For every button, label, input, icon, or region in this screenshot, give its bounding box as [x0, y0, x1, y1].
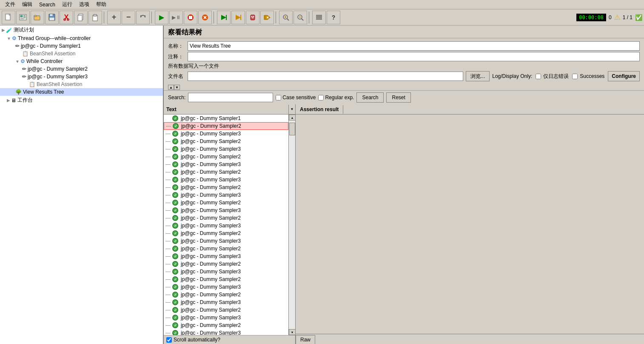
tree-item-while-ctrl[interactable]: ▼ ⚙ While Controller — [0, 57, 163, 65]
result-item-28[interactable]: —jp@gc - Dummy Sampler3 — [164, 329, 288, 335]
successes-checkbox[interactable] — [572, 74, 578, 79]
regex-checkbox[interactable] — [318, 95, 324, 100]
separator-4 — [276, 11, 277, 23]
result-item-21[interactable]: —jp@gc - Dummy Sampler2 — [164, 275, 288, 283]
help-button[interactable]: ? — [327, 11, 340, 24]
menu-file[interactable]: 文件 — [2, 0, 19, 9]
result-item-27[interactable]: —jp@gc - Dummy Sampler2 — [164, 321, 288, 329]
result-item-19[interactable]: —jp@gc - Dummy Sampler2 — [164, 260, 288, 268]
result-item-20[interactable]: —jp@gc - Dummy Sampler3 — [164, 268, 288, 275]
menu-search[interactable]: Search — [36, 1, 59, 9]
tree-item-beanshell1[interactable]: 📋 BeanShell Assertion — [0, 50, 163, 57]
scroll-down-btn[interactable]: ▼ — [289, 329, 295, 335]
result-item-9[interactable]: —jp@gc - Dummy Sampler2 — [164, 183, 288, 191]
zoom-in-button[interactable] — [279, 11, 293, 24]
result-item-23[interactable]: —jp@gc - Dummy Sampler2 — [164, 291, 288, 298]
paste-button[interactable] — [88, 11, 102, 24]
result-item-7[interactable]: —jp@gc - Dummy Sampler2 — [164, 168, 288, 176]
case-sensitive-label: Case sensitive — [276, 95, 316, 100]
scroll-up-btn[interactable]: ▲ — [289, 115, 295, 120]
result-item-3[interactable]: —jp@gc - Dummy Sampler2 — [164, 138, 288, 145]
errors-checkbox[interactable] — [536, 74, 541, 79]
name-input[interactable] — [188, 41, 640, 51]
browse-button[interactable]: 浏览... — [466, 71, 490, 81]
stop-button[interactable] — [184, 11, 197, 24]
name-row: 名称： — [168, 41, 640, 51]
scroll-auto-checkbox[interactable] — [166, 337, 172, 343]
result-item-25[interactable]: —jp@gc - Dummy Sampler2 — [164, 306, 288, 314]
tree-label-view-results: View Results Tree — [23, 89, 64, 95]
result-item-1[interactable]: — jp@gc - Dummy Sampler2 — [164, 122, 288, 130]
raw-tab[interactable]: Raw — [296, 335, 315, 344]
remote-stop-button[interactable] — [231, 11, 245, 24]
tree-item-sampler2[interactable]: ✏ jp@gc - Dummy Sampler2 — [0, 65, 163, 73]
menu-run[interactable]: 运行 — [59, 0, 76, 9]
result-item-4[interactable]: —jp@gc - Dummy Sampler3 — [164, 145, 288, 153]
toggle-button[interactable] — [136, 11, 150, 24]
remote-start-button[interactable] — [217, 11, 231, 24]
result-item-12[interactable]: —jp@gc - Dummy Sampler3 — [164, 206, 288, 214]
result-item-16[interactable]: —jp@gc - Dummy Sampler3 — [164, 237, 288, 245]
case-sensitive-checkbox[interactable] — [276, 95, 281, 100]
result-item-22[interactable]: —jp@gc - Dummy Sampler3 — [164, 283, 288, 291]
reset-button[interactable]: Reset — [386, 92, 410, 103]
result-item-17[interactable]: —jp@gc - Dummy Sampler2 — [164, 245, 288, 252]
cut-button[interactable] — [60, 11, 73, 24]
assertion-tab[interactable]: Assertion result — [296, 105, 343, 114]
tree-item-workbench[interactable]: ▶ 🖥 工作台 — [0, 96, 163, 105]
search-button[interactable]: Search — [356, 92, 384, 103]
result-item-5[interactable]: —jp@gc - Dummy Sampler2 — [164, 153, 288, 161]
case-sensitive-text: Case sensitive — [282, 95, 316, 100]
add-button[interactable]: + — [107, 11, 121, 24]
copy-button[interactable] — [74, 11, 88, 24]
filename-input[interactable] — [188, 72, 463, 81]
menu-edit[interactable]: 编辑 — [19, 0, 36, 9]
result-item-18[interactable]: —jp@gc - Dummy Sampler3 — [164, 252, 288, 260]
col-dropdown[interactable]: ▼ — [288, 105, 295, 114]
result-item-0[interactable]: jp@gc - Dummy Sampler1 — [164, 115, 288, 122]
remove-button[interactable]: − — [122, 11, 135, 24]
shutdown-button[interactable] — [198, 11, 212, 24]
tree-label-beanshell1: BeanShell Assertion — [30, 51, 75, 57]
scroll-track[interactable] — [289, 120, 295, 329]
scroll-thumb[interactable] — [289, 123, 295, 135]
tree-item-view-results[interactable]: 🌳 View Results Tree — [0, 88, 163, 96]
template-button[interactable] — [16, 11, 30, 24]
result-item-26[interactable]: —jp@gc - Dummy Sampler3 — [164, 314, 288, 321]
clear-button[interactable] — [260, 11, 274, 24]
result-item-11[interactable]: —jp@gc - Dummy Sampler2 — [164, 199, 288, 206]
menu-help[interactable]: 帮助 — [93, 0, 110, 9]
search-bar: Search: Case sensitive Regular exp. Sear… — [164, 90, 644, 104]
result-item-24[interactable]: —jp@gc - Dummy Sampler3 — [164, 298, 288, 306]
debug-button[interactable] — [246, 11, 259, 24]
zoom-out-button[interactable] — [294, 11, 307, 24]
result-item-10[interactable]: —jp@gc - Dummy Sampler3 — [164, 191, 288, 199]
result-item-14[interactable]: —jp@gc - Dummy Sampler3 — [164, 222, 288, 229]
open-button[interactable] — [31, 11, 44, 24]
comment-input[interactable] — [188, 52, 640, 61]
menu-options[interactable]: 选项 — [76, 0, 93, 9]
tree-item-sampler3[interactable]: ✏ jp@gc - Dummy Sampler3 — [0, 73, 163, 80]
toolbar-right: 00:00:08 0 ⚠ 1 / 1 ✅ — [576, 13, 642, 21]
results-scrollbar[interactable]: ▲ ▼ — [288, 115, 295, 335]
list-button[interactable] — [312, 11, 326, 24]
tree-item-sampler1[interactable]: ✏ jp@gc - Dummy Sampler1 — [0, 42, 163, 50]
result-item-15[interactable]: —jp@gc - Dummy Sampler2 — [164, 229, 288, 237]
result-item-13[interactable]: —jp@gc - Dummy Sampler2 — [164, 214, 288, 222]
start-nopause-button[interactable]: ▶⏸ — [169, 11, 183, 24]
scroll-up-arrow[interactable]: ▲ — [168, 85, 174, 90]
tree-item-beanshell2[interactable]: 📋 BeanShell Assertion — [0, 80, 163, 88]
new-button[interactable] — [2, 11, 15, 24]
tree-item-thread-group[interactable]: ▼ ⚙ Thread Group---while--controller — [0, 34, 163, 42]
svg-rect-24 — [189, 16, 192, 19]
result-item-6[interactable]: —jp@gc - Dummy Sampler3 — [164, 161, 288, 168]
scroll-down-arrow[interactable]: ▼ — [174, 85, 180, 90]
result-item-2[interactable]: —jp@gc - Dummy Sampler3 — [164, 130, 288, 138]
save-button[interactable] — [45, 11, 59, 24]
configure-button[interactable]: Configure — [608, 71, 640, 81]
tree-item-test-plan[interactable]: ▶ 🧪 测试计划 — [0, 26, 163, 34]
result-item-8[interactable]: —jp@gc - Dummy Sampler3 — [164, 176, 288, 183]
search-input[interactable] — [188, 93, 273, 102]
start-button[interactable]: ▶ — [155, 11, 168, 24]
svg-line-44 — [302, 19, 303, 20]
